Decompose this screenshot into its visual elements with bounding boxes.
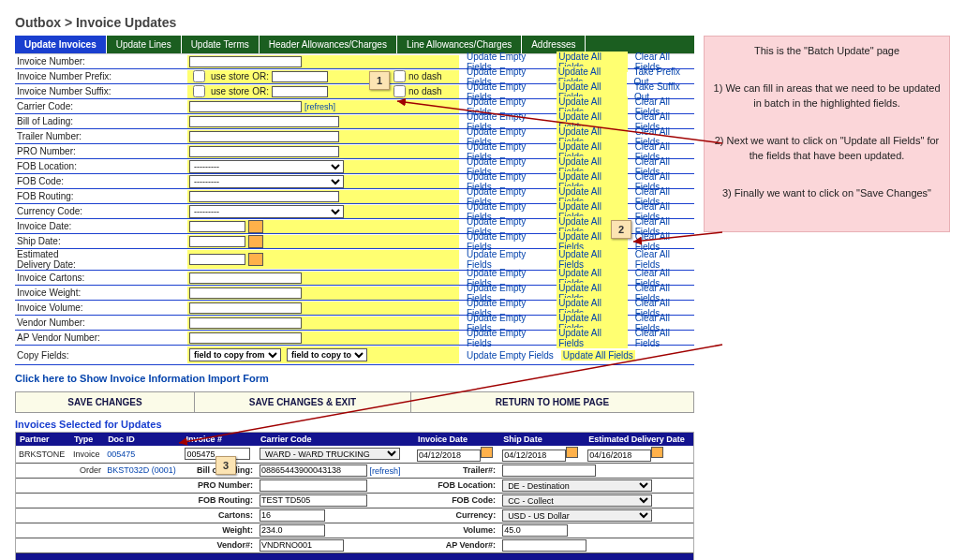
grid-select-fobloc[interactable]: DE - Destination: [502, 479, 652, 492]
input-fob-routing[interactable]: [189, 191, 339, 202]
annotation-panel: This is the "Batch Update" page 1) We ca…: [704, 36, 950, 232]
button-return-home[interactable]: RETURN TO HOME PAGE: [411, 392, 693, 412]
table-row: Weight: Volume:: [16, 523, 693, 538]
table-row: PRO Number: FOB Location: DE - Destinati…: [16, 479, 693, 494]
input-suffix[interactable]: [272, 86, 328, 97]
grid-input-vendor[interactable]: [260, 539, 344, 552]
checkbox-suffix-no-dash[interactable]: [393, 85, 406, 97]
cell-partner: BRKSTONE: [16, 446, 70, 464]
link-docid[interactable]: 005475: [107, 449, 135, 459]
text-no-dash: no dash: [408, 71, 442, 81]
link-refresh-carrier[interactable]: [refresh]: [304, 102, 335, 111]
text-use-store: use store: [211, 71, 249, 81]
input-weight[interactable]: [189, 287, 302, 299]
calendar-icon[interactable]: [248, 235, 263, 248]
input-invoice-number[interactable]: [189, 56, 302, 67]
text-or: OR:: [252, 71, 269, 81]
cell-type: Invoice: [70, 446, 104, 464]
input-vendor[interactable]: [189, 317, 302, 329]
link-clear-all[interactable]: Clear All Fields: [635, 328, 694, 348]
link-update-empty[interactable]: Update Empty Fields: [467, 350, 554, 361]
label-fob-location: FOB Location:: [15, 161, 187, 171]
table-row: BRKSTONE Invoice 005475 WARD - WARD TRUC…: [16, 446, 693, 464]
label-weight: Invoice Weight:: [15, 287, 187, 298]
label-prefix: Invoice Number Prefix:: [15, 71, 187, 81]
callout-1: 1: [369, 71, 390, 90]
select-fob-location[interactable]: ---------: [189, 160, 344, 173]
tab-update-invoices[interactable]: Update Invoices: [15, 36, 107, 53]
grid-input-weight[interactable]: [260, 524, 325, 537]
input-carrier[interactable]: [189, 101, 302, 112]
note-1: 1) We can fill in areas that we need to …: [712, 81, 942, 111]
link-update-all[interactable]: Update All Fields: [557, 328, 627, 348]
tab-header-allowances[interactable]: Header Allowances/Charges: [260, 36, 397, 53]
link-update-all[interactable]: Update All Fields: [561, 350, 635, 361]
label-volume: Invoice Volume:: [15, 302, 187, 313]
checkbox-prefix-use-store[interactable]: [193, 70, 205, 82]
input-pro[interactable]: [189, 146, 339, 157]
calendar-icon[interactable]: [248, 220, 263, 233]
grid-input-shipdate[interactable]: [502, 449, 566, 462]
label-ap-vendor: AP Vendor Number:: [15, 332, 187, 343]
calendar-icon[interactable]: [481, 447, 493, 458]
label-fob-routing: FOB Routing:: [15, 191, 187, 201]
grid-input-apvendor[interactable]: [502, 539, 586, 552]
text-use-store: use store: [211, 86, 249, 96]
note-3: 3) Finally we want to click on "Save Cha…: [712, 186, 942, 201]
app-panel: Update Invoices Update Lines Update Term…: [15, 36, 694, 560]
grid-input-invdate[interactable]: [417, 449, 481, 462]
input-ship-date[interactable]: [189, 236, 245, 247]
grid-select-fobcode[interactable]: CC - Collect: [502, 494, 652, 507]
select-copy-from[interactable]: field to copy from: [189, 348, 281, 361]
input-cartons[interactable]: [189, 273, 302, 284]
calendar-icon[interactable]: [651, 447, 663, 458]
grid-input-trailer[interactable]: [502, 464, 596, 477]
input-bol[interactable]: [189, 116, 339, 127]
input-prefix[interactable]: [272, 71, 328, 82]
grid-input-estdate[interactable]: [587, 449, 651, 462]
grid-input-fobroute[interactable]: [260, 494, 367, 507]
col-partner: Partner: [16, 433, 70, 446]
calendar-icon[interactable]: [248, 253, 263, 266]
link-order-id[interactable]: BKST032D (0001): [107, 465, 176, 475]
label-vendor: Vendor Number:: [15, 317, 187, 328]
checkbox-prefix-no-dash[interactable]: [393, 70, 406, 82]
label-invoice-number: Invoice Number:: [15, 56, 187, 66]
link-update-empty[interactable]: Update Empty Fields: [467, 328, 549, 348]
select-copy-to[interactable]: field to copy to: [287, 348, 367, 361]
table-row: Vendor#: AP Vendor#:: [16, 538, 693, 553]
tab-update-terms[interactable]: Update Terms: [182, 36, 260, 53]
callout-3: 3: [215, 456, 236, 475]
grid-input-pro[interactable]: [260, 479, 367, 492]
link-refresh[interactable]: [refresh]: [370, 465, 401, 475]
breadcrumb: Outbox > Invoice Updates: [15, 15, 950, 30]
input-ap-vendor[interactable]: [189, 332, 302, 344]
input-volume[interactable]: [189, 302, 302, 314]
label-invoice-date: Invoice Date:: [15, 221, 187, 231]
label-carrier: Carrier Code:: [15, 101, 187, 111]
button-save-changes[interactable]: SAVE CHANGES: [16, 392, 195, 412]
tab-update-lines[interactable]: Update Lines: [107, 36, 182, 53]
link-show-import-form[interactable]: Click here to Show Invoice Information I…: [15, 373, 694, 384]
sublabel-trailer: Trailer#:: [414, 464, 499, 479]
input-invoice-date[interactable]: [189, 221, 245, 232]
grid-select-carrier[interactable]: WARD - WARD TRUCKING: [260, 448, 400, 460]
grid-input-bol[interactable]: [260, 464, 367, 477]
calendar-icon[interactable]: [566, 447, 578, 458]
label-ship-date: Ship Date:: [15, 236, 187, 246]
grid-input-cartons[interactable]: [260, 509, 325, 522]
grid-select-currency[interactable]: USD - US Dollar: [502, 509, 652, 522]
checkbox-suffix-use-store[interactable]: [193, 85, 205, 97]
label-fob-code: FOB Code:: [15, 176, 187, 186]
input-trailer[interactable]: [189, 131, 339, 142]
col-invoice-num: Invoice #: [182, 433, 257, 446]
text-no-dash: no dash: [408, 86, 442, 96]
select-currency[interactable]: ---------: [189, 205, 344, 218]
button-save-changes-exit[interactable]: SAVE CHANGES & EXIT: [195, 392, 411, 412]
sublabel-volume: Volume:: [414, 523, 499, 538]
col-docid: Doc ID: [104, 433, 182, 446]
input-est-delivery[interactable]: [189, 254, 245, 265]
select-fob-code[interactable]: ---------: [189, 175, 344, 188]
label-trailer: Trailer Number:: [15, 131, 187, 141]
grid-input-volume[interactable]: [502, 524, 568, 537]
